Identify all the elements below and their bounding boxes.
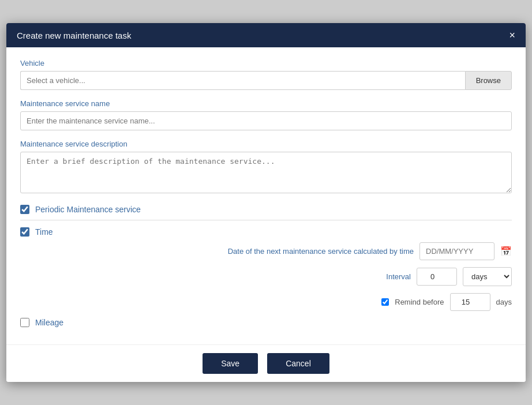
service-description-input[interactable] bbox=[20, 152, 512, 193]
vehicle-group: Vehicle Browse bbox=[20, 59, 512, 90]
date-input[interactable] bbox=[419, 242, 494, 260]
service-description-label: Maintenance service description bbox=[20, 140, 512, 148]
vehicle-label: Vehicle bbox=[20, 59, 512, 68]
time-section: Date of the next maintenance service cal… bbox=[20, 242, 512, 311]
remind-label[interactable]: Remind before bbox=[395, 298, 444, 306]
remind-row: Remind before days bbox=[35, 293, 512, 311]
periodic-label[interactable]: Periodic Maintenance service bbox=[35, 205, 141, 214]
interval-input[interactable] bbox=[417, 268, 457, 286]
vehicle-input[interactable] bbox=[20, 71, 465, 90]
service-name-label: Maintenance service name bbox=[20, 99, 512, 108]
vehicle-input-row: Browse bbox=[20, 71, 512, 90]
service-description-group: Maintenance service description bbox=[20, 140, 512, 196]
remind-unit: days bbox=[496, 298, 512, 306]
modal-close-button[interactable]: × bbox=[509, 30, 515, 40]
periodic-checkbox[interactable] bbox=[20, 205, 29, 214]
modal-header: Create new maintenance task × bbox=[6, 23, 526, 47]
mileage-checkbox-row: Mileage bbox=[20, 318, 512, 327]
divider-1 bbox=[20, 220, 512, 220]
date-row-label: Date of the next maintenance service cal… bbox=[35, 247, 414, 256]
modal: Create new maintenance task × Vehicle Br… bbox=[6, 23, 526, 382]
days-select[interactable]: days weeks months years bbox=[463, 267, 512, 286]
modal-overlay: Create new maintenance task × Vehicle Br… bbox=[0, 0, 532, 405]
save-button[interactable]: Save bbox=[203, 353, 258, 374]
cancel-button[interactable]: Cancel bbox=[267, 353, 329, 374]
remind-value-input[interactable] bbox=[450, 293, 490, 311]
time-checkbox-row: Time bbox=[20, 227, 512, 237]
service-name-input[interactable] bbox=[20, 111, 512, 130]
remind-checkbox[interactable] bbox=[381, 298, 389, 306]
service-name-group: Maintenance service name bbox=[20, 99, 512, 130]
interval-row: Interval days weeks months years bbox=[35, 267, 512, 286]
mileage-label[interactable]: Mileage bbox=[35, 318, 63, 327]
modal-footer: Save Cancel bbox=[6, 344, 526, 382]
modal-body: Vehicle Browse Maintenance service name … bbox=[6, 47, 526, 344]
interval-label: Interval bbox=[386, 272, 411, 281]
periodic-checkbox-row: Periodic Maintenance service bbox=[20, 205, 512, 214]
time-checkbox[interactable] bbox=[20, 227, 29, 237]
modal-title: Create new maintenance task bbox=[17, 31, 131, 40]
calendar-icon[interactable]: 📅 bbox=[500, 246, 512, 257]
date-row: Date of the next maintenance service cal… bbox=[35, 242, 512, 260]
time-label[interactable]: Time bbox=[35, 227, 53, 237]
mileage-checkbox[interactable] bbox=[20, 318, 29, 327]
browse-button[interactable]: Browse bbox=[465, 71, 512, 90]
